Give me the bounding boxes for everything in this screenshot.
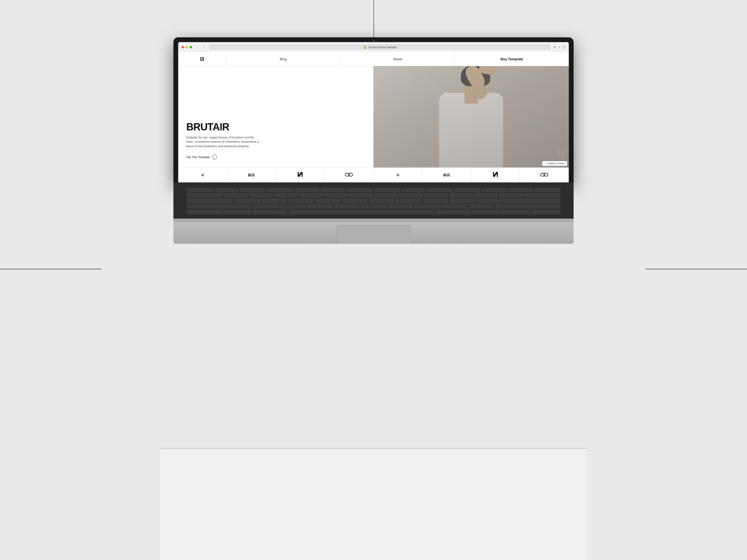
- key: [347, 188, 373, 192]
- cta-circle-icon: →: [212, 155, 217, 159]
- key: [315, 198, 341, 203]
- share-icon[interactable]: ⬆: [553, 45, 556, 49]
- framer-label: Made in Framer: [548, 162, 565, 165]
- key: [449, 198, 475, 203]
- laptop-hinge: [174, 219, 573, 222]
- hero-title: BRUTAIR: [186, 122, 365, 132]
- browser-chrome: ‹ › 🔒 brutair.framer.website ⬆ + ⊡: [178, 42, 569, 182]
- forward-button[interactable]: ›: [202, 45, 206, 50]
- key: [441, 204, 467, 209]
- back-button[interactable]: ‹: [195, 45, 200, 50]
- key: [449, 193, 473, 197]
- key: [224, 193, 248, 197]
- key: [474, 193, 498, 197]
- key: [524, 193, 560, 197]
- laptop-base-bottom: [174, 222, 573, 244]
- key: [213, 188, 239, 192]
- key: [481, 188, 507, 192]
- key: [249, 193, 273, 197]
- hero-description: Embody the raw, rugged beauty of brutali…: [186, 135, 261, 149]
- screen-bezel: ‹ › 🔒 brutair.framer.website ⬆ + ⊡: [174, 37, 573, 182]
- key: [369, 198, 395, 203]
- key: [414, 204, 440, 209]
- brand-icon-5: ✳: [396, 172, 400, 178]
- key: [468, 204, 494, 209]
- nav-logo[interactable]: ⊟: [178, 52, 226, 66]
- brand-icon-4: [345, 172, 353, 178]
- key: [267, 188, 293, 192]
- key: [531, 210, 560, 214]
- key: [387, 204, 413, 209]
- key: [187, 193, 223, 197]
- hero-left: BRUTAIR Embody the raw, rugged beauty of…: [178, 66, 374, 167]
- key: [261, 198, 287, 203]
- minimize-dot[interactable]: [185, 46, 188, 49]
- spacebar-key: [288, 210, 434, 214]
- hero-cta-button[interactable]: Get This Template →: [186, 155, 365, 159]
- key: [454, 188, 480, 192]
- brand-item-8: [520, 168, 569, 182]
- brand-icon-7: [492, 171, 498, 179]
- key: [253, 204, 279, 209]
- brand-strip: ✳ 标识: [178, 167, 569, 182]
- key: [399, 193, 423, 197]
- brand-icon-2: 标识: [248, 173, 255, 178]
- laptop-wrapper: ‹ › 🔒 brutair.framer.website ⬆ + ⊡: [160, 37, 587, 244]
- browser-actions: ⬆ + ⊡: [553, 45, 566, 49]
- key: [342, 198, 368, 203]
- bg-line-horizontal-right: [646, 269, 747, 269]
- hero-section: BRUTAIR Embody the raw, rugged beauty of…: [178, 66, 569, 167]
- key: [294, 188, 319, 192]
- key: [508, 188, 534, 192]
- key: [187, 204, 252, 209]
- hero-image-area: ir: [374, 66, 569, 167]
- bg-line-horizontal-left: [0, 269, 101, 269]
- key: [234, 198, 261, 203]
- loop-logo-svg: [345, 172, 353, 177]
- browser-nav: ‹ ›: [195, 45, 206, 50]
- key: [499, 193, 523, 197]
- key: [396, 198, 422, 203]
- address-bar[interactable]: 🔒 brutair.framer.website: [209, 44, 551, 50]
- n-logo-svg-2: [492, 171, 498, 177]
- nav-buy-link[interactable]: Buy Template: [455, 52, 569, 66]
- key: [428, 188, 453, 192]
- key: [223, 210, 252, 214]
- keyboard-row-3: [187, 198, 560, 203]
- logo-icon: ⊟: [200, 56, 204, 62]
- nav-about-link[interactable]: About: [340, 52, 455, 66]
- key: [471, 210, 500, 214]
- key: [501, 210, 530, 214]
- maximize-dot[interactable]: [189, 46, 192, 49]
- key: [240, 188, 266, 192]
- brand-icon-1: ✳: [201, 172, 205, 178]
- key: [374, 193, 398, 197]
- close-dot[interactable]: [181, 46, 184, 49]
- keyboard-row-4: [187, 204, 560, 209]
- browser-dots: [181, 46, 192, 49]
- svg-point-1: [349, 173, 353, 176]
- key: [349, 193, 373, 197]
- keyboard-section: [174, 182, 573, 219]
- new-tab-icon[interactable]: +: [558, 45, 561, 49]
- key: [422, 198, 448, 203]
- laptop: ‹ › 🔒 brutair.framer.website ⬆ + ⊡: [174, 37, 573, 244]
- shadow-overlay: [374, 66, 569, 167]
- loop-logo-svg-2: [540, 172, 548, 177]
- n-logo-svg: [297, 171, 303, 177]
- key: [495, 204, 560, 209]
- key: [324, 193, 348, 197]
- browser-toolbar: ‹ › 🔒 brutair.framer.website ⬆ + ⊡: [178, 42, 569, 52]
- key: [187, 188, 213, 192]
- extensions-icon[interactable]: ⊡: [563, 45, 566, 49]
- brand-item-5: ✳: [374, 168, 422, 182]
- svg-point-3: [544, 173, 548, 176]
- brand-item-4: [325, 168, 374, 182]
- key: [288, 198, 314, 203]
- site-nav: ⊟ Blog About Buy Template: [178, 52, 569, 66]
- key: [401, 188, 427, 192]
- key: [435, 210, 470, 214]
- cta-arrow-icon: →: [213, 156, 216, 159]
- trackpad[interactable]: [336, 225, 411, 244]
- nav-blog-link[interactable]: Blog: [226, 52, 340, 66]
